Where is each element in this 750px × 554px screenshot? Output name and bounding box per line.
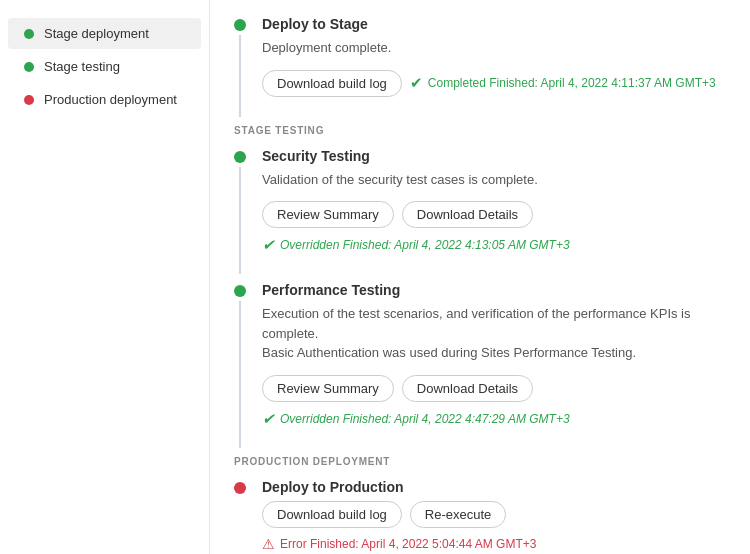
download-build-log-prod[interactable]: Download build log [262, 501, 402, 528]
security-testing-buttons: Review Summary Download Details ✔ Overri… [262, 201, 726, 254]
deploy-production-title: Deploy to Production [262, 479, 726, 495]
performance-testing-buttons: Review Summary Download Details ✔ Overri… [262, 375, 726, 428]
performance-testing-status: ✔ Overridden Finished: April 4, 2022 4:4… [262, 410, 570, 428]
review-summary-security[interactable]: Review Summary [262, 201, 394, 228]
main-content: Deploy to Stage Deployment complete. Dow… [210, 0, 750, 554]
performance-testing-title: Performance Testing [262, 282, 726, 298]
pipeline-item-deploy-production: Deploy to Production Download build log … [234, 479, 726, 555]
check-icon: ✔ [410, 74, 423, 92]
pipeline-connector [239, 35, 241, 117]
sidebar: Stage deployment Stage testing Productio… [0, 0, 210, 554]
download-details-security[interactable]: Download Details [402, 201, 533, 228]
performance-testing-dot [234, 285, 246, 297]
sidebar-item-label: Stage deployment [44, 26, 149, 41]
pipeline-item-security-testing: Security Testing Validation of the secur… [234, 148, 726, 275]
re-execute-prod[interactable]: Re-execute [410, 501, 506, 528]
security-testing-dot [234, 151, 246, 163]
deploy-stage-dot [234, 19, 246, 31]
deploy-stage-title: Deploy to Stage [262, 16, 726, 32]
sidebar-item-stage-deployment[interactable]: Stage deployment [8, 18, 201, 49]
sidebar-item-production-deployment[interactable]: Production deployment [8, 84, 201, 115]
section-label-stage-testing: STAGE TESTING [234, 125, 726, 136]
sidebar-item-stage-testing[interactable]: Stage testing [8, 51, 201, 82]
warn-icon: ⚠ [262, 536, 275, 552]
sidebar-item-label: Production deployment [44, 92, 177, 107]
security-testing-title: Security Testing [262, 148, 726, 164]
check-icon: ✔ [262, 236, 275, 254]
check-icon: ✔ [262, 410, 275, 428]
section-label-production-deployment: PRODUCTION DEPLOYMENT [234, 456, 726, 467]
pipeline-connector [239, 167, 241, 275]
deploy-production-dot [234, 482, 246, 494]
pipeline-item-deploy-stage: Deploy to Stage Deployment complete. Dow… [234, 16, 726, 117]
pipeline-item-performance-testing: Performance Testing Execution of the tes… [234, 282, 726, 448]
deploy-stage-status: ✔ Completed Finished: April 4, 2022 4:11… [410, 74, 716, 92]
stage-deployment-dot [24, 29, 34, 39]
sidebar-item-label: Stage testing [44, 59, 120, 74]
deploy-production-buttons: Download build log Re-execute ⚠ Error Fi… [262, 501, 726, 552]
security-testing-desc: Validation of the security test cases is… [262, 170, 726, 190]
performance-testing-desc: Execution of the test scenarios, and ver… [262, 304, 726, 363]
deploy-production-status: ⚠ Error Finished: April 4, 2022 5:04:44 … [262, 536, 536, 552]
production-deployment-dot [24, 95, 34, 105]
security-testing-status: ✔ Overridden Finished: April 4, 2022 4:1… [262, 236, 570, 254]
deploy-stage-buttons: Download build log ✔ Completed Finished:… [262, 70, 726, 97]
stage-testing-dot [24, 62, 34, 72]
deploy-stage-desc: Deployment complete. [262, 38, 726, 58]
pipeline-connector [239, 301, 241, 448]
download-build-log-stage[interactable]: Download build log [262, 70, 402, 97]
download-details-performance[interactable]: Download Details [402, 375, 533, 402]
review-summary-performance[interactable]: Review Summary [262, 375, 394, 402]
